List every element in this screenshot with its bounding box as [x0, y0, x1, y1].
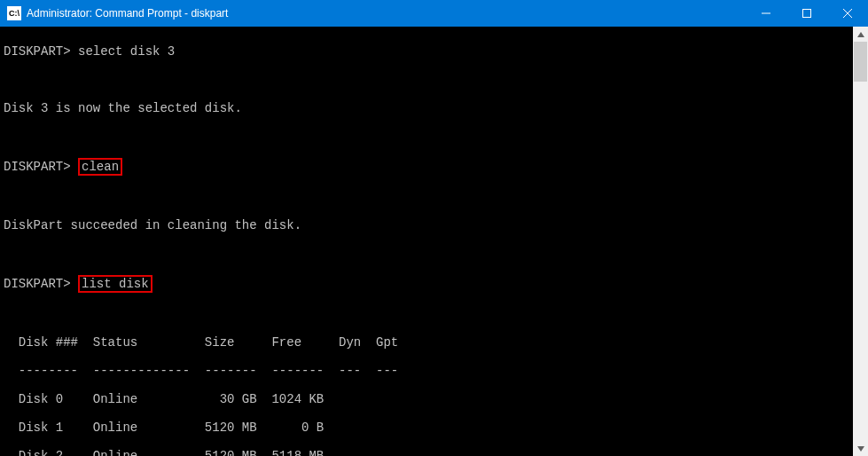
diskpart-prompt: DISKPART>: [4, 160, 71, 174]
table-row: Disk 0 Online 30 GB 1024 KB: [4, 392, 868, 406]
vertical-scrollbar[interactable]: [853, 27, 868, 456]
minimize-button[interactable]: [746, 0, 786, 27]
terminal-area[interactable]: DISKPART> select disk 3 Disk 3 is now th…: [0, 27, 868, 456]
table-row: Disk 2 Online 5120 MB 5118 MB: [4, 449, 868, 456]
terminal-line: DISKPART> select disk 3: [4, 44, 868, 59]
table-header: Disk ### Status Size Free Dyn Gpt: [4, 335, 868, 350]
minimize-icon: [762, 9, 770, 18]
chevron-down-icon: [857, 446, 864, 452]
maximize-button[interactable]: [786, 0, 827, 27]
cmd-text: select disk 3: [71, 44, 176, 59]
highlight-clean: clean: [78, 158, 122, 176]
titlebar[interactable]: C:\ Administrator: Command Prompt - disk…: [0, 0, 868, 27]
svg-marker-4: [857, 32, 864, 37]
output-line: Disk 3 is now the selected disk.: [4, 101, 868, 115]
close-icon: [843, 9, 852, 18]
scrollbar-track[interactable]: [853, 42, 868, 441]
table-divider: -------- ------------- ------- ------- -…: [4, 364, 868, 378]
scroll-up-button[interactable]: [853, 27, 868, 42]
close-button[interactable]: [827, 0, 868, 27]
cmd-icon: C:\: [7, 6, 21, 20]
svg-rect-1: [803, 10, 811, 18]
scrollbar-thumb[interactable]: [854, 42, 867, 82]
terminal-line: DISKPART> list disk: [4, 275, 868, 293]
table-row: Disk 1 Online 5120 MB 0 B: [4, 421, 868, 435]
maximize-icon: [802, 9, 811, 18]
diskpart-prompt: DISKPART>: [4, 44, 71, 59]
svg-marker-5: [857, 446, 864, 452]
diskpart-prompt: DISKPART>: [4, 277, 71, 291]
scroll-down-button[interactable]: [853, 441, 868, 456]
highlight-list-disk: list disk: [78, 275, 152, 293]
chevron-up-icon: [857, 32, 864, 37]
output-line: DiskPart succeeded in cleaning the disk.: [4, 218, 868, 232]
window-title: Administrator: Command Prompt - diskpart: [27, 7, 228, 20]
terminal-line: DISKPART> clean: [4, 158, 868, 176]
